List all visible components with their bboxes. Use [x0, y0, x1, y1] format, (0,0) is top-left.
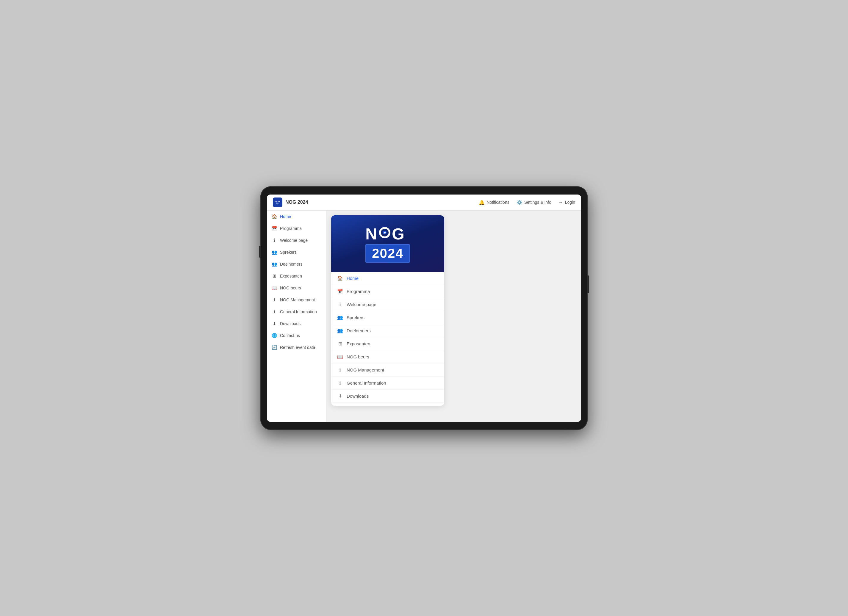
notifications-label: Notifications — [486, 200, 509, 204]
info3-icon: ℹ — [272, 309, 277, 314]
login-label: Login — [565, 200, 575, 204]
grid-icon: ⊞ — [272, 273, 277, 279]
home-icon: 🏠 — [272, 214, 277, 219]
bell-icon: 🔔 — [479, 200, 485, 205]
sidebar-item-label: Sprekers — [280, 250, 297, 255]
notifications-button[interactable]: 🔔 Notifications — [479, 200, 509, 205]
tablet-frame: NOG 2024 NOG 2024 🔔 Notifications ⚙️ Set… — [260, 186, 588, 430]
info-card-icon: ℹ — [337, 302, 343, 307]
sidebar-item-label: Exposanten — [280, 274, 302, 278]
sidebar-item-label: Welcome page — [280, 238, 308, 243]
home-card: N G — [331, 215, 444, 406]
grid-card-icon: ⊞ — [337, 341, 343, 346]
card-item-label: Deelnemers — [347, 328, 371, 333]
card-item-nog-beurs[interactable]: 📖 NOG beurs — [331, 350, 444, 363]
nog-brand-text: N G — [365, 225, 410, 243]
sidebar-item-nog-management[interactable]: ℹ NOG Management — [267, 294, 326, 306]
header-left: NOG 2024 NOG 2024 — [273, 197, 308, 207]
app-logo: NOG 2024 — [273, 197, 282, 207]
sidebar-item-downloads[interactable]: ⬇ Downloads — [267, 318, 326, 330]
info4-card-icon: ℹ — [337, 367, 343, 373]
header-right: 🔔 Notifications ⚙️ Settings & Info → Log… — [479, 200, 575, 205]
settings-button[interactable]: ⚙️ Settings & Info — [516, 200, 551, 205]
svg-point-2 — [384, 232, 385, 234]
card-item-exposanten[interactable]: ⊞ Exposanten — [331, 337, 444, 350]
sidebar-item-label: Contact us — [280, 333, 300, 338]
sidebar-item-nog-beurs[interactable]: 📖 NOG beurs — [267, 282, 326, 294]
card-item-downloads[interactable]: ⬇ Downloads — [331, 389, 444, 403]
sidebar-item-exposanten[interactable]: ⊞ Exposanten — [267, 270, 326, 282]
main-layout: 🏠 Home 📅 Programma ℹ Welcome page 👥 Spre… — [267, 210, 581, 422]
card-item-nog-management[interactable]: ℹ NOG Management — [331, 363, 444, 376]
card-item-label: Home — [347, 276, 359, 281]
people-card-icon: 👥 — [337, 315, 343, 320]
sidebar-item-home[interactable]: 🏠 Home — [267, 210, 326, 222]
download-icon: ⬇ — [272, 321, 277, 326]
info2-icon: ℹ — [272, 297, 277, 302]
card-item-contact[interactable]: 🌐 Contact us — [331, 403, 444, 406]
sidebar-item-label: Home — [280, 214, 291, 219]
card-item-label: General Information — [347, 381, 386, 385]
app-header: NOG 2024 NOG 2024 🔔 Notifications ⚙️ Set… — [267, 194, 581, 210]
tablet-screen: NOG 2024 NOG 2024 🔔 Notifications ⚙️ Set… — [267, 194, 581, 422]
card-item-label: Programma — [347, 289, 370, 294]
login-button[interactable]: → Login — [559, 200, 575, 205]
content-area: N G — [326, 210, 581, 422]
card-item-label: Sprekers — [347, 315, 365, 320]
sidebar-item-sprekers[interactable]: 👥 Sprekers — [267, 246, 326, 258]
login-icon: → — [559, 200, 563, 205]
app-title: NOG 2024 — [285, 200, 308, 205]
home-card-icon: 🏠 — [337, 275, 343, 281]
sidebar-item-contact[interactable]: 🌐 Contact us — [267, 330, 326, 342]
tablet-power-button — [587, 275, 589, 293]
calendar-icon: 📅 — [272, 226, 277, 231]
settings-label: Settings & Info — [524, 200, 551, 204]
refresh-icon: 🔄 — [272, 345, 277, 350]
card-item-label: NOG Management — [347, 367, 384, 372]
nog-o-icon — [379, 225, 391, 241]
book-card-icon: 📖 — [337, 354, 343, 360]
download-card-icon: ⬇ — [337, 393, 343, 399]
sidebar-item-general-info[interactable]: ℹ General Information — [267, 306, 326, 318]
info-icon: ℹ — [272, 238, 277, 243]
sidebar-item-programma[interactable]: 📅 Programma — [267, 222, 326, 234]
year-text: 2024 — [372, 246, 403, 261]
sidebar-item-label: Refresh event data — [280, 345, 315, 350]
info5-card-icon: ℹ — [337, 380, 343, 386]
sidebar-item-label: General Information — [280, 309, 317, 314]
globe-icon: 🌐 — [272, 333, 277, 338]
tablet-volume-button — [259, 246, 261, 258]
card-item-welcome[interactable]: ℹ Welcome page — [331, 298, 444, 311]
year-box: 2024 — [365, 244, 410, 263]
book-icon: 📖 — [272, 285, 277, 290]
card-item-label: NOG beurs — [347, 354, 369, 359]
card-banner: N G — [331, 215, 444, 272]
card-item-label: Exposanten — [347, 341, 370, 346]
sidebar-item-refresh[interactable]: 🔄 Refresh event data — [267, 342, 326, 353]
sidebar-item-label: NOG Management — [280, 298, 315, 302]
card-item-sprekers[interactable]: 👥 Sprekers — [331, 311, 444, 324]
gear-icon: ⚙️ — [516, 200, 522, 205]
people2-card-icon: 👥 — [337, 328, 343, 333]
sidebar-item-label: Programma — [280, 226, 302, 231]
people2-icon: 👥 — [272, 261, 277, 267]
card-item-label: Welcome page — [347, 302, 377, 307]
sidebar-item-label: Deelnemers — [280, 262, 302, 267]
calendar-card-icon: 📅 — [337, 289, 343, 294]
card-item-general-info[interactable]: ℹ General Information — [331, 376, 444, 389]
people-icon: 👥 — [272, 250, 277, 255]
card-item-programma[interactable]: 📅 Programma — [331, 285, 444, 298]
sidebar-item-welcome[interactable]: ℹ Welcome page — [267, 234, 326, 246]
sidebar-item-deelnemers[interactable]: 👥 Deelnemers — [267, 258, 326, 270]
sidebar: 🏠 Home 📅 Programma ℹ Welcome page 👥 Spre… — [267, 210, 326, 422]
card-item-deelnemers[interactable]: 👥 Deelnemers — [331, 324, 444, 337]
sidebar-item-label: Downloads — [280, 321, 301, 326]
card-item-home[interactable]: 🏠 Home — [331, 272, 444, 285]
nog-logo: N G — [365, 225, 410, 263]
sidebar-item-label: NOG beurs — [280, 286, 301, 290]
card-item-label: Downloads — [347, 394, 369, 398]
